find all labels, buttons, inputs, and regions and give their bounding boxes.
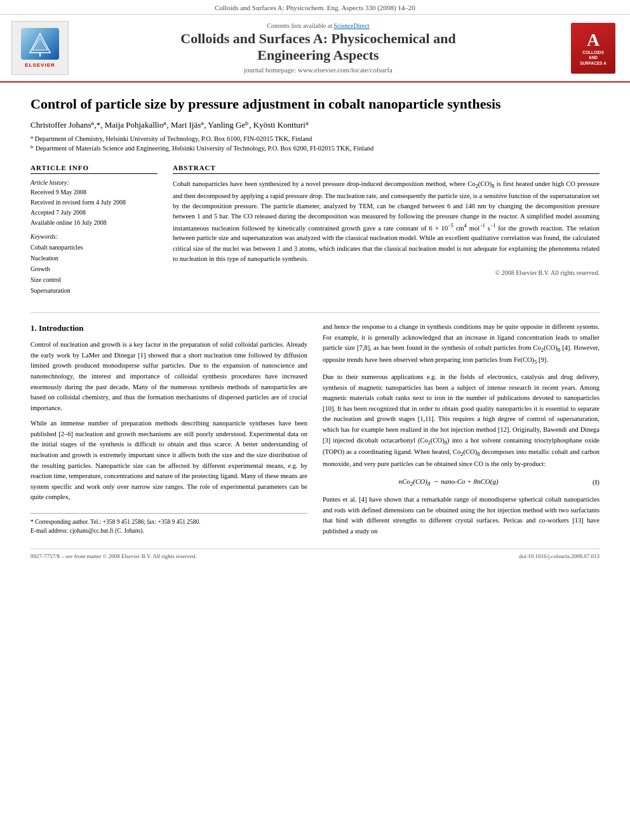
date-received: Received 9 May 2008 Received in revised …	[30, 187, 158, 228]
footnote-star: * Corresponding author. Tel.: +358 9 451…	[30, 517, 307, 526]
bottom-info-bar: 0927-7757/$ – see front matter © 2008 El…	[30, 549, 600, 559]
publisher-logo-right: A COLLOIDSANDSURFACES A	[568, 23, 619, 74]
equation-number: (I)	[574, 477, 600, 488]
journal-title-area: Contents lists available at ScienceDirec…	[75, 22, 561, 74]
keywords-list: Cobalt nanoparticles Nucleation Growth S…	[30, 242, 158, 296]
intro-para2: While an immense number of preparation m…	[30, 418, 307, 503]
publisher-logo-left: ELSEVIER	[11, 21, 69, 75]
keyword-item: Supersaturation	[30, 285, 158, 296]
affiliations: ᵃ Department of Chemistry, Helsinki Univ…	[30, 134, 600, 154]
sciencedirect-link[interactable]: ScienceDirect	[333, 22, 369, 29]
journal-homepage: journal homepage: www.elsevier.com/locat…	[75, 66, 561, 74]
article-title: Control of particle size by pressure adj…	[30, 95, 600, 114]
body-columns: 1. Introduction Control of nucleation an…	[30, 322, 600, 542]
info-abstract-section: Article Info Article history: Received 9…	[30, 164, 600, 301]
tree-icon	[27, 31, 53, 57]
intro-heading: 1. Introduction	[30, 322, 307, 335]
journal-brand-box: A COLLOIDSANDSURFACES A	[571, 23, 615, 74]
right-para1: and hence the response to a change in sy…	[323, 322, 600, 367]
abstract-section: Abstract Cobalt nanoparticles have been …	[173, 164, 600, 301]
keywords-section: Keywords: Cobalt nanoparticles Nucleatio…	[30, 233, 158, 296]
body-right-col: and hence the response to a change in sy…	[323, 322, 600, 542]
elsevier-wordmark: ELSEVIER	[25, 62, 55, 68]
keyword-item: Nucleation	[30, 253, 158, 263]
brand-text: COLLOIDSANDSURFACES A	[577, 50, 609, 66]
keyword-item: Size control	[30, 274, 158, 285]
right-para3: Puntes et al. [4] have shown that a rema…	[323, 495, 600, 537]
affiliation-b: ᵇ Department of Materials Science and En…	[30, 143, 600, 154]
abstract-text: Cobalt nanoparticles have been synthesiz…	[173, 179, 600, 264]
citation-text: Colloids and Surfaces A: Physicochem. En…	[215, 4, 415, 11]
article-info-heading: Article Info	[30, 164, 158, 174]
body-left-col: 1. Introduction Control of nucleation an…	[30, 322, 307, 542]
footnote-email: E-mail address: cjohans@cc.hut.fi (C. Jo…	[30, 526, 307, 535]
footnotes: * Corresponding author. Tel.: +358 9 451…	[30, 513, 307, 536]
keywords-label: Keywords:	[30, 233, 158, 240]
copyright-line: © 2008 Elsevier B.V. All rights reserved…	[173, 269, 600, 276]
email-link[interactable]: cjohans@cc.hut.fi	[70, 528, 114, 534]
doi-text: doi:10.1016/j.colsurfa.2008.07.013	[519, 553, 600, 559]
journal-title: Colloids and Surfaces A: Physicochemical…	[75, 30, 561, 64]
right-para2: Due to their numerous applications e.g. …	[323, 372, 600, 470]
history-label: Article history:	[30, 179, 158, 186]
reaction-equation: nCo2(CO)8 → nano-Co + 8nCO(g) (I)	[323, 476, 600, 488]
journal-header: ELSEVIER Contents lists available at Sci…	[0, 15, 630, 83]
and-3-atoms-text: and 3 atoms	[283, 245, 315, 252]
article-info-box: Article Info Article history: Received 9…	[30, 164, 158, 301]
journal-citation-bar: Colloids and Surfaces A: Physicochem. En…	[0, 0, 630, 15]
keyword-item: Cobalt nanoparticles	[30, 242, 158, 253]
abstract-heading: Abstract	[173, 164, 600, 174]
sciencedirect-line: Contents lists available at ScienceDirec…	[75, 22, 561, 29]
issn-text: 0927-7757/$ – see front matter © 2008 El…	[30, 553, 197, 559]
main-content: Control of particle size by pressure adj…	[0, 83, 630, 572]
affiliation-a: ᵃ Department of Chemistry, Helsinki Univ…	[30, 134, 600, 144]
following-text: following	[398, 213, 424, 220]
equation-text: nCo2(CO)8 → nano-Co + 8nCO(g)	[323, 476, 574, 488]
keyword-item: Growth	[30, 263, 158, 274]
intro-para1: Control of nucleation and growth is a ke…	[30, 340, 307, 413]
elsevier-logo-box: ELSEVIER	[11, 21, 69, 75]
section-divider	[30, 312, 600, 313]
brand-letter: A	[587, 30, 600, 50]
authors-line: Christoffer Johansᵃ,*, Maija Pohjakallio…	[30, 120, 600, 130]
history-section: Article history: Received 9 May 2008 Rec…	[30, 179, 158, 228]
